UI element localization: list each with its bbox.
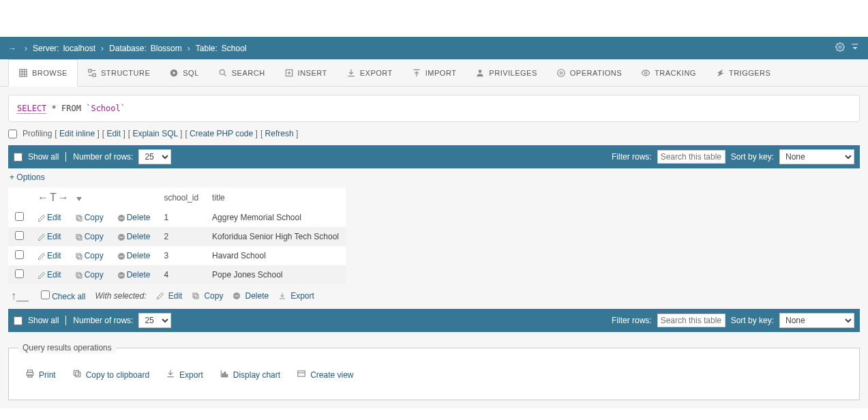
tab-search[interactable]: Search	[209, 59, 275, 86]
svg-rect-28	[119, 237, 123, 237]
svg-rect-48	[222, 374, 224, 377]
cell-title: Aggrey Memorial School	[205, 208, 346, 227]
sort-arrows-icon[interactable]: ←T→	[38, 192, 70, 203]
copy-clipboard-link[interactable]: Copy to clipboard	[72, 369, 149, 380]
explain-sql-link[interactable]: Explain SQL	[132, 129, 177, 138]
svg-rect-22	[76, 215, 80, 220]
svg-rect-26	[76, 235, 80, 239]
table-value[interactable]: School	[222, 44, 247, 53]
display-chart-link[interactable]: Display chart	[220, 369, 280, 380]
sort-by-key-select[interactable]: None	[779, 313, 854, 328]
svg-rect-36	[119, 275, 123, 275]
pencil-icon	[156, 292, 164, 300]
options-toggle[interactable]: + Options	[8, 168, 46, 186]
column-header-title[interactable]: title	[205, 188, 346, 208]
tab-browse[interactable]: Browse	[8, 59, 78, 87]
tab-sql[interactable]: SQL	[160, 59, 209, 86]
show-all-checkbox[interactable]	[14, 153, 23, 162]
table-row: EditCopyDelete4Pope Jones School	[8, 265, 346, 284]
show-all-checkbox[interactable]	[14, 316, 23, 325]
svg-rect-1	[20, 70, 27, 77]
nav-arrow-icon[interactable]: →	[8, 44, 16, 53]
row-delete-link[interactable]: Delete	[117, 213, 151, 222]
row-edit-link[interactable]: Edit	[38, 232, 61, 241]
bulk-delete-link[interactable]: Delete	[233, 291, 269, 301]
insert-icon	[284, 68, 294, 78]
edit-link[interactable]: Edit	[106, 129, 121, 138]
bulk-edit-link[interactable]: Edit	[156, 291, 183, 301]
row-delete-link[interactable]: Delete	[117, 251, 151, 260]
svg-rect-49	[224, 372, 226, 377]
tab-export[interactable]: Export	[337, 59, 402, 86]
delete-icon	[233, 292, 241, 300]
num-rows-select[interactable]: 25	[138, 313, 171, 328]
show-all-label: Show all	[28, 316, 59, 325]
row-checkbox[interactable]	[15, 269, 24, 278]
svg-rect-34	[76, 273, 80, 277]
row-checkbox[interactable]	[15, 250, 24, 259]
svg-point-19	[558, 69, 565, 76]
tracking-icon	[641, 68, 650, 78]
sql-query-text: SELECT * FROM `School`	[17, 104, 125, 114]
print-link[interactable]: Print	[25, 369, 56, 380]
num-rows-label: Number of rows:	[73, 316, 133, 325]
table-row: EditCopyDelete3Havard School	[8, 246, 346, 265]
sql-query-box: SELECT * FROM `School`	[8, 95, 860, 122]
server-value[interactable]: localhost	[63, 44, 95, 53]
create-php-link[interactable]: Create PHP code	[190, 129, 253, 138]
gear-icon[interactable]	[835, 42, 845, 54]
profiling-checkbox[interactable]	[8, 130, 17, 138]
row-copy-link[interactable]: Copy	[75, 251, 104, 260]
sort-by-key-select[interactable]: None	[779, 149, 854, 164]
svg-rect-21	[78, 217, 82, 221]
sort-by-key-label: Sort by key:	[731, 152, 774, 162]
row-copy-link[interactable]: Copy	[75, 213, 104, 222]
filter-rows-input[interactable]	[657, 150, 725, 164]
tab-label: Operations	[570, 69, 622, 77]
row-checkbox[interactable]	[15, 231, 24, 240]
sql-table: `School`	[86, 104, 125, 113]
tab-triggers[interactable]: Triggers	[706, 59, 780, 86]
row-edit-link[interactable]: Edit	[38, 213, 61, 222]
dropdown-caret-icon[interactable]	[76, 197, 82, 201]
operations-icon	[556, 68, 566, 78]
tab-import[interactable]: Import	[402, 59, 466, 86]
tab-label: Structure	[101, 69, 150, 77]
database-value[interactable]: Blossom	[151, 44, 182, 53]
column-header-school-id[interactable]: school_id	[157, 188, 205, 208]
row-checkbox[interactable]	[15, 212, 24, 221]
tab-operations[interactable]: Operations	[547, 59, 631, 86]
check-all-link[interactable]: Check all	[52, 292, 85, 301]
tab-insert[interactable]: Insert	[275, 59, 337, 86]
cell-school-id: 1	[157, 208, 205, 227]
export-link[interactable]: Export	[166, 369, 203, 380]
cell-school-id: 2	[157, 227, 205, 246]
row-edit-link[interactable]: Edit	[38, 270, 61, 280]
copy-icon	[75, 271, 83, 280]
privileges-icon	[475, 68, 485, 78]
row-delete-link[interactable]: Delete	[117, 232, 151, 241]
tab-privileges[interactable]: Privileges	[466, 59, 546, 86]
bulk-actions-row: ↑__ Check all With selected: Edit Copy D…	[8, 284, 860, 305]
bulk-copy-link[interactable]: Copy	[192, 291, 223, 301]
tab-structure[interactable]: Structure	[78, 59, 160, 86]
import-icon	[412, 68, 421, 78]
tab-tracking[interactable]: Tracking	[631, 59, 706, 86]
bulk-export-link[interactable]: Export	[278, 291, 314, 301]
create-view-link[interactable]: Create view	[297, 369, 353, 380]
num-rows-select[interactable]: 25	[138, 149, 171, 164]
svg-line-13	[224, 74, 226, 76]
delete-icon	[117, 271, 125, 280]
separator: ›	[101, 44, 104, 53]
check-all-checkbox[interactable]	[41, 290, 50, 299]
row-copy-link[interactable]: Copy	[75, 270, 104, 280]
collapse-icon[interactable]	[850, 42, 860, 54]
edit-inline-link[interactable]: Edit inline	[59, 129, 95, 138]
filter-rows-input[interactable]	[657, 314, 725, 327]
row-edit-link[interactable]: Edit	[38, 251, 61, 260]
refresh-link[interactable]: Refresh	[265, 129, 294, 138]
sql-icon	[169, 68, 179, 78]
row-delete-link[interactable]: Delete	[117, 270, 151, 280]
row-copy-link[interactable]: Copy	[75, 232, 104, 241]
database-label: Database:	[109, 44, 147, 53]
